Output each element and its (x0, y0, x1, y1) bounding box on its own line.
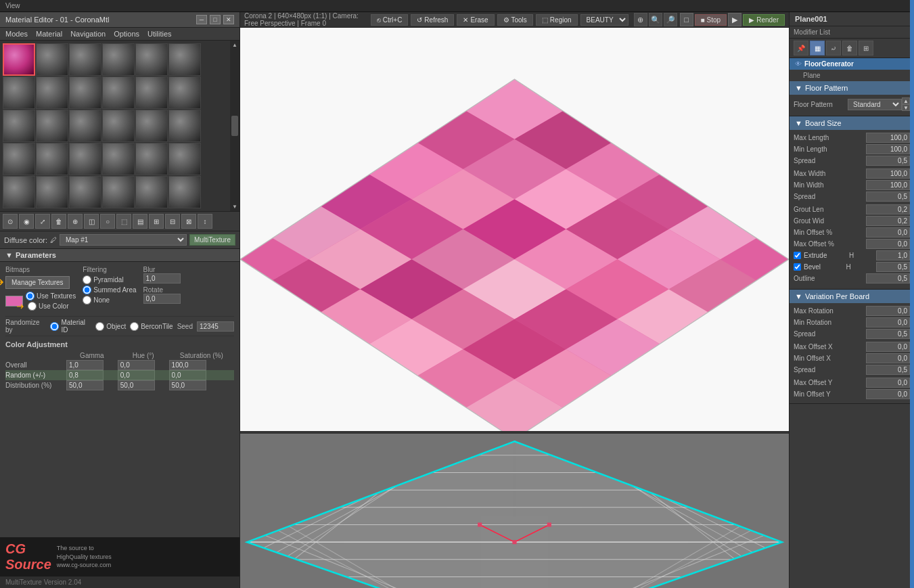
sphere-cell-21[interactable] (69, 143, 101, 175)
bevel-h-input[interactable]: 0,5 (876, 262, 910, 272)
zoom-out-icon[interactable]: 🔎 (664, 13, 677, 26)
rotate-input[interactable]: 0,0 (143, 294, 181, 304)
sphere-grid-scrollbar[interactable]: ▲ ▼ (230, 41, 239, 211)
manage-textures-button[interactable]: Manage Textures (5, 276, 70, 289)
sphere-cell-4[interactable] (102, 43, 135, 76)
sphere-cell-20[interactable] (36, 143, 68, 175)
sphere-cell-17[interactable] (135, 110, 168, 142)
minimize-button[interactable]: ─ (196, 15, 207, 24)
map-dropdown[interactable]: Map #1 (60, 234, 187, 246)
spread2-input[interactable]: 0,5 (866, 191, 910, 202)
refresh-button[interactable]: ↺ Refresh (411, 14, 454, 26)
stop-button[interactable]: ■ Stop (695, 14, 727, 26)
max-offset-pct-input[interactable]: 0,0 (866, 239, 910, 249)
max-length-input[interactable]: 100,0 (866, 133, 910, 143)
none-radio[interactable] (83, 296, 91, 304)
sphere-cell-29[interactable] (135, 176, 168, 208)
close-button[interactable]: ✕ (223, 15, 234, 24)
floor-pattern-header[interactable]: ▼ Floor Pattern (790, 81, 914, 95)
toolbar-btn-10[interactable]: ⊞ (149, 214, 164, 229)
spread3-input[interactable]: 0,5 (866, 329, 910, 339)
menu-modes[interactable]: Modes (5, 30, 28, 38)
toolbar-btn-1[interactable]: ⊙ (3, 214, 18, 229)
toolbar-btn-2[interactable]: ◉ (19, 214, 34, 229)
toolbar-btn-3[interactable]: ⤢ (35, 214, 50, 229)
seed-input[interactable]: 12345 (197, 321, 234, 332)
variation-header[interactable]: ▼ Variation Per Board (790, 290, 914, 303)
dist-saturation[interactable]: 50,0 (169, 380, 206, 390)
grout-len-input[interactable]: 0,2 (866, 204, 910, 214)
max-rotation-input[interactable]: 0,0 (866, 306, 910, 316)
parameters-header[interactable]: ▼ Parameters (0, 249, 239, 262)
zoom-fit-icon[interactable]: ⊕ (634, 13, 647, 26)
use-textures-radio[interactable] (26, 292, 35, 300)
zoom-in-icon[interactable]: 🔍 (649, 13, 662, 26)
sphere-cell-15[interactable] (69, 110, 101, 142)
floor-pattern-select[interactable]: Standard (848, 99, 902, 110)
menu-utilities[interactable]: Utilities (147, 30, 171, 38)
sphere-cell-8[interactable] (36, 76, 68, 109)
min-offset-pct-input[interactable]: 0,0 (866, 227, 910, 238)
random-saturation[interactable]: 0,0 (169, 370, 206, 380)
sphere-cell-30[interactable] (168, 176, 201, 208)
toolbar-btn-11[interactable]: ⊟ (165, 214, 180, 229)
menu-options[interactable]: Options (114, 30, 139, 38)
random-gamma[interactable]: 0,8 (66, 370, 104, 380)
outline-input[interactable]: 0,5 (866, 273, 910, 284)
max-offset-x-input[interactable]: 0,0 (866, 342, 910, 352)
restore-button[interactable]: □ (210, 15, 221, 24)
dist-gamma[interactable]: 50,0 (66, 380, 104, 390)
menu-material[interactable]: Material (36, 30, 62, 38)
scroll-down-icon[interactable]: ▼ (232, 204, 237, 210)
ctrl-c-button[interactable]: ⎋ Ctrl+C (371, 14, 409, 26)
spread1-input[interactable]: 0,5 (866, 156, 910, 166)
dist-hue[interactable]: 50,0 (118, 380, 155, 390)
modifier-active-icon[interactable]: ▦ (810, 41, 825, 55)
menu-navigation[interactable]: Navigation (70, 30, 106, 38)
erase-button[interactable]: ✕ Erase (457, 14, 494, 26)
beauty-select[interactable]: BEAUTY (580, 14, 629, 26)
sphere-cell-23[interactable] (135, 143, 168, 175)
multitexture-button[interactable]: MultiTexture (189, 234, 235, 246)
render-button[interactable]: ▶ Render (743, 14, 785, 26)
sphere-cell-2[interactable] (36, 43, 68, 76)
toolbar-btn-8[interactable]: ⬚ (116, 214, 131, 229)
bercon-tile-radio[interactable] (130, 322, 139, 331)
min-rotation-input[interactable]: 0,0 (866, 317, 910, 327)
modifier-copy-icon[interactable]: ⊞ (859, 41, 873, 55)
overall-gamma[interactable]: 1,0 (66, 360, 104, 370)
toolbar-btn-7[interactable]: ○ (100, 214, 115, 229)
min-offset-x-input[interactable]: 0,0 (866, 353, 910, 363)
sphere-cell-1[interactable] (3, 43, 35, 76)
bevel-checkbox[interactable] (794, 263, 801, 271)
toolbar-btn-delete[interactable]: 🗑 (51, 214, 66, 229)
sphere-cell-19[interactable] (3, 143, 35, 175)
play-icon[interactable]: ▶ (728, 13, 741, 26)
grout-wid-input[interactable]: 0,2 (866, 216, 910, 226)
sphere-cell-27[interactable] (69, 176, 101, 208)
region-button[interactable]: ⬚ Region (536, 14, 578, 26)
extrude-checkbox[interactable] (794, 252, 801, 259)
toolbar-btn-12[interactable]: ⊠ (181, 214, 196, 229)
pin-icon[interactable]: 📌 (794, 41, 808, 55)
board-size-header[interactable]: ▼ Board Size (790, 116, 914, 130)
sphere-cell-22[interactable] (102, 143, 135, 175)
summed-area-radio[interactable] (83, 286, 91, 294)
material-id-radio[interactable] (50, 322, 59, 331)
object-radio[interactable] (95, 322, 104, 331)
use-color-radio[interactable] (28, 302, 37, 311)
sphere-cell-11[interactable] (135, 76, 168, 109)
tools-button[interactable]: ⚙ Tools (497, 14, 533, 26)
min-offset-y-input[interactable]: 0,0 (866, 389, 910, 399)
toolbar-btn-6[interactable]: ◫ (84, 214, 99, 229)
toolbar-btn-5[interactable]: ⊕ (68, 214, 83, 229)
view-menu[interactable]: View (5, 2, 20, 9)
sphere-cell-24[interactable] (168, 143, 201, 175)
min-length-input[interactable]: 100,0 (866, 144, 910, 154)
spin-up[interactable]: ▲ (902, 97, 910, 104)
sphere-cell-13[interactable] (3, 110, 35, 142)
sphere-cell-9[interactable] (69, 76, 101, 109)
modifier-delete-icon[interactable]: 🗑 (842, 41, 857, 55)
max-width-input[interactable]: 100,0 (866, 168, 910, 179)
sphere-cell-5[interactable] (135, 43, 168, 76)
